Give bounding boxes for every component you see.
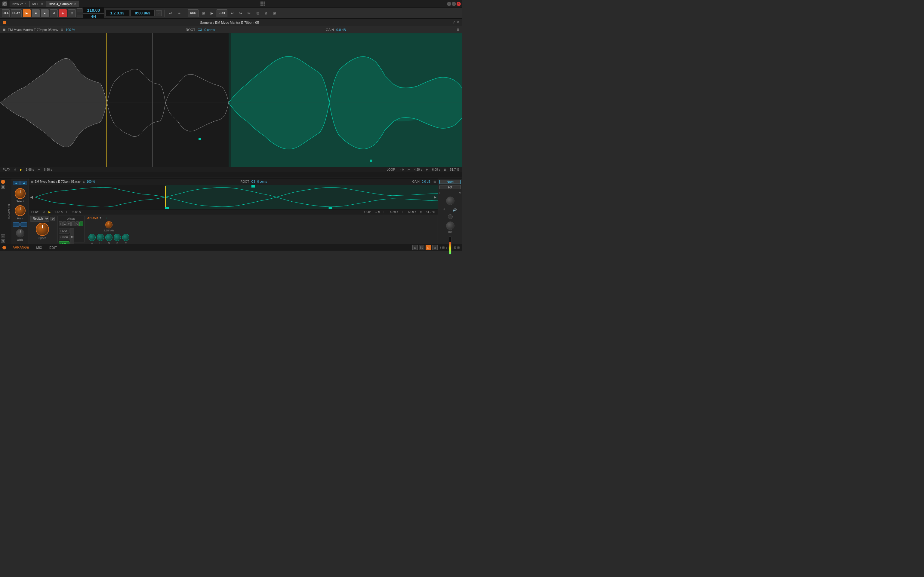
gain-value[interactable]: 0.0 dB [336, 28, 346, 32]
device-power-icon[interactable] [1, 180, 5, 184]
device-icon-1[interactable]: ▦ [1, 185, 5, 189]
repitch-select[interactable]: Repitch [30, 216, 49, 221]
maximize-button[interactable]: □ [452, 2, 456, 6]
copy-btn[interactable]: ⎘ [254, 10, 261, 17]
tempo-display[interactable]: 110.00 [83, 7, 104, 13]
out-knob[interactable] [446, 221, 454, 230]
chain-1[interactable]: ∿ [59, 221, 63, 226]
help-icon[interactable]: ? [443, 208, 445, 212]
loop-region[interactable] [231, 33, 462, 172]
record-button[interactable]: ● [41, 9, 49, 17]
len-mode-btn[interactable]: LEN [59, 241, 69, 244]
edit-btn[interactable]: EDIT [216, 9, 228, 17]
paste-btn[interactable]: ⧉ [262, 10, 270, 17]
mini-next-btn[interactable]: ▶ [434, 195, 436, 199]
settings-cogwheel[interactable]: ⚙ [50, 217, 55, 221]
ahdsr-dropdown[interactable]: ▼ [99, 216, 102, 219]
ahdsr-route-icon[interactable]: → [104, 216, 108, 220]
bottom-icon-8[interactable]: ⊠ [454, 246, 456, 249]
pitch-knob[interactable] [15, 205, 26, 216]
start-marker[interactable] [107, 33, 107, 172]
grid-view-button[interactable]: ⊞ [457, 27, 459, 32]
midi-icon[interactable]: ⇄ [13, 181, 19, 185]
offsets-grid-icon[interactable] [70, 228, 74, 244]
select-knob[interactable] [15, 188, 26, 199]
file-button[interactable]: FILE [2, 9, 10, 17]
mini-waveform[interactable]: ◀ ▶ [29, 185, 438, 209]
position-display[interactable]: 1.2.3.33 [105, 10, 129, 16]
tempo-arrows[interactable] [77, 8, 82, 12]
tab-bws4[interactable]: BWS4_Sampler ✕ [46, 1, 79, 7]
undo-arrow-button[interactable]: ↩ [167, 10, 174, 17]
a-knob[interactable] [89, 234, 96, 241]
h-knob[interactable] [97, 234, 104, 241]
marker-1[interactable] [152, 33, 153, 172]
stop-button[interactable]: ■ [32, 9, 40, 17]
speaker-icon[interactable]: 🔊 [453, 208, 457, 212]
close-button[interactable]: ✕ [457, 2, 461, 6]
loop-button[interactable]: ⇄ [50, 9, 58, 17]
loop-mode-btn[interactable]: LOOP [59, 235, 69, 240]
metronome-button[interactable]: ♩ [156, 10, 162, 16]
panel-gain[interactable]: 0.0 dB [422, 180, 430, 183]
chain-2[interactable]: ∧ [63, 221, 67, 226]
root-cents[interactable]: 0 cents [204, 28, 215, 32]
power-button[interactable] [3, 21, 6, 24]
mix-tab[interactable]: MIX [34, 245, 45, 250]
bottom-icon-6[interactable]: ↕ [446, 246, 447, 249]
scissors-btn[interactable]: ✂ [246, 10, 253, 17]
clone-btn[interactable]: ⊞ [271, 10, 278, 17]
pattern-play-btn[interactable]: ▶ [208, 10, 215, 17]
arrange-tab[interactable]: ARRANGE [10, 245, 31, 250]
chain-6[interactable]: → [79, 221, 83, 226]
link-icon[interactable]: ⇌ [21, 181, 27, 185]
panel-settings-icon[interactable]: ⊞ [433, 180, 436, 183]
bottom-icon-5[interactable]: i [440, 246, 441, 249]
bottom-resize-icon[interactable]: ⊡ [442, 246, 444, 249]
play-button[interactable]: ▶ [23, 9, 31, 17]
s-knob[interactable] [114, 234, 121, 241]
root-note[interactable]: C3 [198, 28, 202, 32]
minimize-button[interactable]: ─ [447, 2, 451, 6]
chain-4[interactable]: ∽ [71, 221, 75, 226]
waveform-container[interactable]: PLAY ↺ ▶ 1.68 s ⊢ 6.86 s LOOP →↻ ⊢ 4.29 … [0, 33, 462, 172]
device-icon-2[interactable]: + [1, 234, 5, 238]
panel-root[interactable]: C3 [251, 180, 255, 183]
glide-knob[interactable] [16, 229, 24, 237]
redo-arrow-button[interactable]: ↪ [175, 10, 183, 17]
note-button[interactable]: Note [439, 180, 461, 184]
bottom-icon-1[interactable]: ⊞ [412, 245, 418, 250]
redo-btn[interactable]: ↪ [237, 10, 244, 17]
plus-button[interactable]: + [59, 9, 67, 17]
edit-tab[interactable]: EDIT [47, 245, 59, 250]
mini-prev-btn[interactable]: ◀ [30, 195, 33, 199]
add-btn[interactable]: ADD [188, 9, 199, 17]
r-knob[interactable] [122, 234, 129, 241]
bottom-icon-4[interactable]: ⊟ [432, 245, 438, 250]
bottom-icon-9[interactable]: ⊟ [457, 246, 460, 249]
pattern-button[interactable]: ⊞ [68, 9, 76, 17]
d-knob[interactable] [105, 234, 113, 241]
speed-knob[interactable] [36, 223, 49, 236]
chain-3[interactable]: ∨ [67, 221, 71, 226]
undo-btn[interactable]: ↩ [229, 10, 236, 17]
play-text-button[interactable]: PLAY [11, 9, 22, 17]
timesig-arrows[interactable] [77, 15, 82, 18]
freq-knob[interactable] [105, 221, 113, 228]
panel-cents[interactable]: 0 cents [257, 180, 267, 183]
expand-button[interactable]: ⤢ [453, 21, 456, 24]
tab-mpe[interactable]: MPE ✕ [29, 1, 46, 7]
tab-new2[interactable]: New 2* ✕ [10, 1, 29, 7]
loop-start-marker[interactable] [231, 33, 231, 172]
tab-close-new2[interactable]: ✕ [24, 2, 27, 5]
fx-button[interactable]: FX [439, 185, 461, 189]
add-chain-btn[interactable]: + [439, 214, 461, 219]
tab-close-mpe[interactable]: ✕ [41, 2, 43, 5]
device-icon-3[interactable]: ⊞ [1, 239, 5, 243]
close-sampler-button[interactable]: ✕ [457, 21, 459, 24]
bottom-icon-3[interactable]: □ [426, 245, 431, 250]
bottom-icon-2[interactable]: ⛓ [419, 245, 425, 250]
play-mode-btn[interactable]: PLAY [59, 228, 69, 234]
lr-knob[interactable] [446, 197, 454, 205]
mixer-icon-btn[interactable]: ⊞ [200, 10, 207, 17]
